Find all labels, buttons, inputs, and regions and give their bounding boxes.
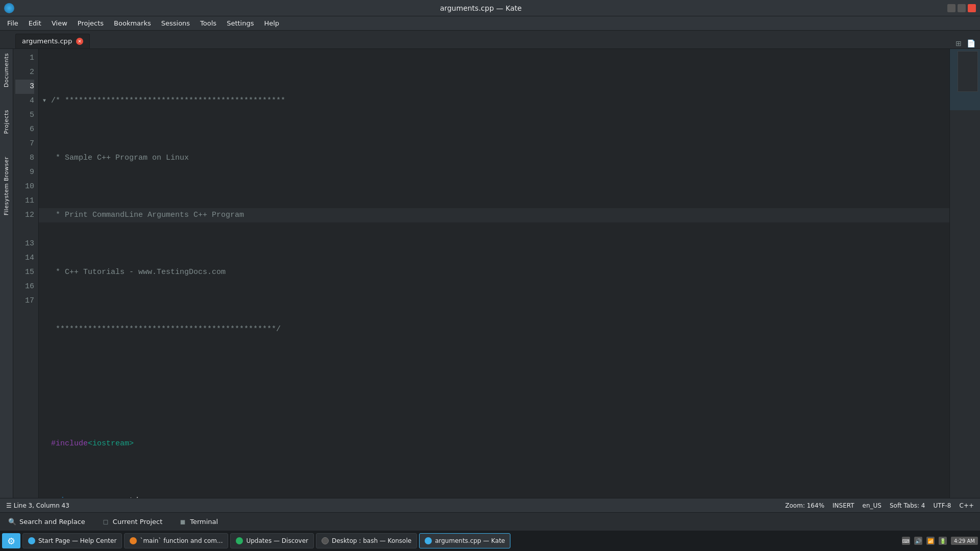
line-num-3: 3 [15, 80, 34, 94]
taskbar-start-page-label: Start Page — Help Center [38, 537, 116, 544]
line-num-1: 1 [15, 51, 34, 65]
line-num-5: 5 [15, 108, 34, 122]
menu-settings[interactable]: Settings [222, 17, 259, 29]
tab-arguments-cpp[interactable]: arguments.cpp ✕ [15, 34, 90, 48]
statusbar: ☰ Line 3, Column 43 Zoom: 164% INSERT en… [0, 498, 980, 512]
taskbar-desktop-label: Desktop : bash — Konsole [332, 537, 411, 544]
menu-bookmarks[interactable]: Bookmarks [109, 17, 156, 29]
line-num-15: 15 [15, 265, 34, 280]
terminal-label: Terminal [190, 518, 218, 525]
menu-view[interactable]: View [46, 17, 72, 29]
language[interactable]: C++ [960, 502, 974, 509]
code-line-5: ****************************************… [39, 322, 949, 337]
sys-icon-speaker[interactable]: 🔊 [914, 537, 922, 545]
minimap [949, 49, 980, 498]
line-num-10: 10 [15, 180, 34, 194]
sidebar-label-documents[interactable]: Documents [3, 53, 10, 87]
menu-sessions[interactable]: Sessions [156, 17, 195, 29]
line-num-13: 13 [15, 237, 34, 251]
taskbar-btn-updates[interactable]: Updates — Discover [230, 533, 314, 548]
taskbar-btn-desktop[interactable]: Desktop : bash — Konsole [316, 533, 417, 548]
taskbar-updates-label: Updates — Discover [246, 537, 308, 544]
project-icon: ◻ [102, 518, 110, 526]
cursor-position: Line 3, Column 43 [14, 502, 69, 509]
sys-icon-battery[interactable]: 🔋 [939, 537, 947, 545]
menu-help[interactable]: Help [259, 17, 284, 29]
taskbar-btn-kate[interactable]: arguments.cpp — Kate [419, 533, 510, 548]
left-sidebar: Documents Projects Filesystem Browser [0, 49, 13, 498]
sys-icon-network[interactable]: 📶 [926, 537, 935, 545]
line-num-17: 17 [15, 294, 34, 308]
sidebar-label-filesystem[interactable]: Filesystem Browser [3, 157, 10, 215]
taskbar-main-func-label: `main` function and com... [140, 537, 223, 544]
menu-projects[interactable]: Projects [72, 17, 109, 29]
line-num-4: 4 [15, 94, 34, 108]
search-replace-button[interactable]: 🔍 Search and Replace [4, 516, 89, 528]
line-num-11: 11 [15, 194, 34, 208]
terminal-icon: ◼ [179, 518, 187, 526]
current-project-button[interactable]: ◻ Current Project [97, 516, 166, 528]
search-replace-label: Search and Replace [19, 518, 85, 525]
menubar: File Edit View Projects Bookmarks Sessio… [0, 16, 980, 31]
sys-icon-keyboard: ⌨ [902, 537, 910, 545]
taskbar-btn-main-func[interactable]: `main` function and com... [124, 533, 228, 548]
line-num-12: 12 [15, 208, 34, 222]
editor-area: 1 2 3 4 5 6 7 8 9 10 11 12 13 14 15 16 1… [13, 49, 980, 498]
zoom-level[interactable]: Zoom: 164% [785, 502, 824, 509]
start-button[interactable]: ⚙ [2, 533, 20, 548]
line-num-2: 2 [15, 65, 34, 80]
search-icon: 🔍 [8, 518, 16, 526]
code-line-6 [39, 380, 949, 394]
tabbar: arguments.cpp ✕ ⊞ 📄 [0, 31, 980, 49]
code-line-1: ▼ /* ***********************************… [39, 94, 949, 108]
fold-arrow-1[interactable]: ▼ [43, 94, 51, 108]
titlebar: arguments.cpp — Kate [0, 0, 980, 16]
code-line-2: * Sample C++ Program on Linux [39, 151, 949, 165]
line-num-12b [15, 222, 34, 237]
menu-edit[interactable]: Edit [23, 17, 46, 29]
line-num-6: 6 [15, 122, 34, 137]
taskbar: ⚙ Start Page — Help Center `main` functi… [0, 531, 980, 551]
code-line-7: #include<iostream> [39, 437, 949, 451]
terminal-button[interactable]: ◼ Terminal [175, 516, 222, 528]
sys-icon-clock: 4:29 AM [951, 537, 978, 545]
tab-list-button[interactable]: ⊞ [953, 38, 964, 48]
minimize-button[interactable] [947, 4, 955, 12]
app-icon [4, 3, 14, 13]
line-num-14: 14 [15, 251, 34, 265]
title-text: arguments.cpp — Kate [18, 4, 943, 12]
maximize-button[interactable] [958, 4, 966, 12]
taskbar-btn-start-page[interactable]: Start Page — Help Center [22, 533, 122, 548]
code-line-8: using namespace std; [39, 494, 949, 498]
code-line-3: * Print CommandLine Arguments C++ Progra… [39, 208, 949, 222]
status-menu-icon[interactable]: ☰ [6, 502, 12, 509]
menu-tools[interactable]: Tools [195, 17, 222, 29]
tab-close-button[interactable]: ✕ [76, 38, 83, 45]
line-num-9: 9 [15, 165, 34, 180]
bottom-toolbar: 🔍 Search and Replace ◻ Current Project ◼… [0, 512, 980, 531]
clock-time: 4:29 AM [954, 538, 975, 544]
editor-mode: INSERT [832, 502, 854, 509]
tab-new-button[interactable]: 📄 [966, 38, 976, 48]
taskbar-kate-label: arguments.cpp — Kate [435, 537, 505, 544]
taskbar-right: ⌨ 🔊 📶 🔋 4:29 AM [902, 537, 978, 545]
code-line-4: * C++ Tutorials - www.TestingDocs.com [39, 265, 949, 280]
locale[interactable]: en_US [863, 502, 881, 509]
line-num-8: 8 [15, 151, 34, 165]
indent-mode[interactable]: Soft Tabs: 4 [890, 502, 925, 509]
code-editor[interactable]: ▼ /* ***********************************… [39, 49, 949, 498]
line-num-16: 16 [15, 280, 34, 294]
menu-file[interactable]: File [2, 17, 23, 29]
sidebar-label-projects[interactable]: Projects [3, 110, 10, 134]
tab-label: arguments.cpp [22, 37, 72, 45]
close-button[interactable] [968, 4, 976, 12]
main-area: Documents Projects Filesystem Browser 1 … [0, 49, 980, 498]
line-numbers: 1 2 3 4 5 6 7 8 9 10 11 12 13 14 15 16 1… [13, 49, 39, 498]
current-project-label: Current Project [113, 518, 162, 525]
line-num-7: 7 [15, 137, 34, 151]
encoding[interactable]: UTF-8 [934, 502, 951, 509]
